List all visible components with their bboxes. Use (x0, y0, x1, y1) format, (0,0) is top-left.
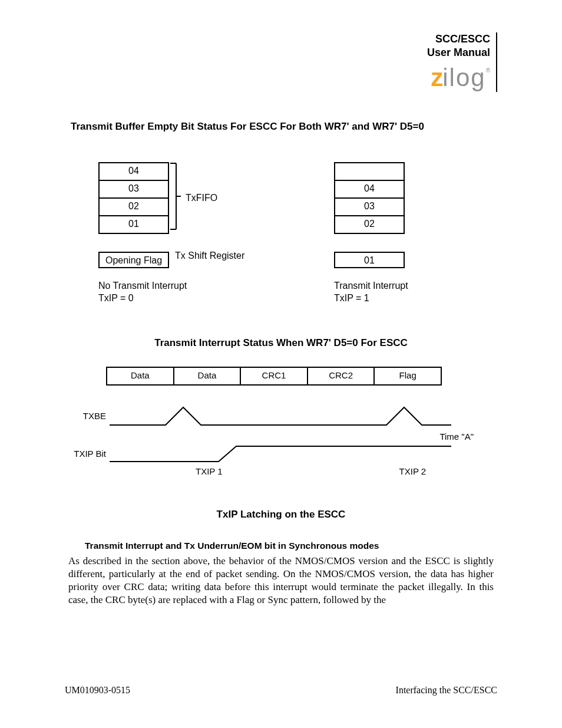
zilog-logo: zilog® (427, 64, 490, 92)
fifo-right-shift: 01 (334, 252, 405, 268)
header-title-line2: User Manual (427, 47, 490, 58)
section-heading: Transmit Buffer Empty Bit Status For ESC… (71, 121, 497, 133)
byte-cell: Data (174, 368, 242, 384)
fifo-cell: 02 (100, 199, 168, 216)
fifo-cell: 02 (335, 216, 404, 233)
fifo-cell (335, 163, 404, 181)
figure2-caption: TxIP Latching on the ESCC (65, 509, 497, 521)
timing-diagram: Data Data CRC1 CRC2 Flag TXBE Time "A" T… (71, 367, 491, 476)
fifo-right-stack: 04 03 02 (334, 162, 405, 234)
fifo-cell: 04 (100, 163, 168, 181)
shift-register-label: Tx Shift Register (175, 251, 244, 261)
footer-left: UM010903-0515 (65, 685, 130, 696)
fifo-left-stack: 04 03 02 01 (98, 162, 169, 234)
txbe-waveform-icon (110, 404, 451, 428)
page-footer: UM010903-0515 Interfacing the SCC/ESCC (65, 685, 497, 696)
byte-row: Data Data CRC1 CRC2 Flag (106, 367, 442, 386)
header-title-line1: SCC/ESCC (435, 33, 490, 45)
left-caption: No Transmit Interrupt TxIP = 0 (98, 280, 228, 305)
logo-letters-ilog: ilog (442, 64, 485, 91)
bracket-icon (170, 162, 181, 230)
byte-cell: CRC2 (308, 368, 375, 384)
txip-annotations: TXIP 1 TXIP 2 (106, 466, 491, 476)
sub-heading: Transmit Interrupt and Tx Underrun/EOM b… (85, 541, 497, 551)
fifo-cell: 01 (100, 216, 168, 233)
fifo-left-shift: Opening Flag (98, 252, 169, 268)
txip2-label: TXIP 2 (399, 466, 427, 476)
fifo-left-column: 04 03 02 01 TxFIFO Opening Flag Tx Shift… (98, 162, 228, 305)
footer-right: Interfacing the SCC/ESCC (396, 685, 497, 696)
right-caption-line2: TxIP = 1 (334, 293, 369, 303)
txip-waveform-icon (110, 444, 451, 464)
txbe-label: TXBE (71, 411, 110, 421)
txip1-label: TXIP 1 (196, 466, 223, 476)
left-caption-line1: No Transmit Interrupt (98, 281, 187, 291)
right-caption: Transmit Interrupt TxIP = 1 (334, 280, 464, 305)
time-a-label: Time "A" (71, 431, 491, 442)
fifo-cell: 03 (100, 181, 168, 199)
fifo-right-column: 04 03 02 01 Transmit Interrupt TxIP = 1 (334, 162, 464, 305)
fifo-diagram: 04 03 02 01 TxFIFO Opening Flag Tx Shift… (65, 162, 497, 305)
logo-letter-z: z (431, 64, 442, 91)
byte-cell: CRC1 (241, 368, 308, 384)
left-caption-line2: TxIP = 0 (98, 293, 134, 303)
byte-cell: Data (107, 368, 174, 384)
logo-registered: ® (486, 67, 490, 74)
txbe-signal-row: TXBE (71, 404, 491, 428)
fifo-cell: 04 (335, 181, 404, 199)
txip-signal-row: TXIP Bit (71, 444, 491, 464)
txfifo-label: TxFIFO (186, 193, 217, 203)
figure1-caption: Transmit Interrupt Status When WR7' D5=0… (65, 337, 497, 349)
byte-cell: Flag (375, 368, 441, 384)
right-caption-line1: Transmit Interrupt (334, 281, 408, 291)
page-header: SCC/ESCC User Manual zilog® (427, 32, 497, 92)
body-paragraph: As described in the section above, the b… (68, 555, 494, 607)
txip-label: TXIP Bit (71, 449, 110, 459)
fifo-cell: 03 (335, 199, 404, 216)
